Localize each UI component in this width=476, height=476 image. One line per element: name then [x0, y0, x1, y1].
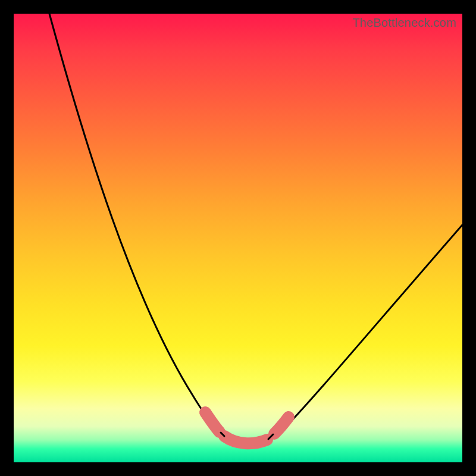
chart-area: TheBottleneck.com — [14, 14, 462, 462]
bottleneck-curve — [49, 14, 462, 444]
highlight-segment-2 — [224, 436, 267, 443]
bottleneck-plot — [14, 14, 462, 462]
highlight-segment-1 — [205, 412, 220, 432]
highlight-segment-3 — [274, 417, 289, 434]
watermark-text: TheBottleneck.com — [352, 16, 456, 30]
